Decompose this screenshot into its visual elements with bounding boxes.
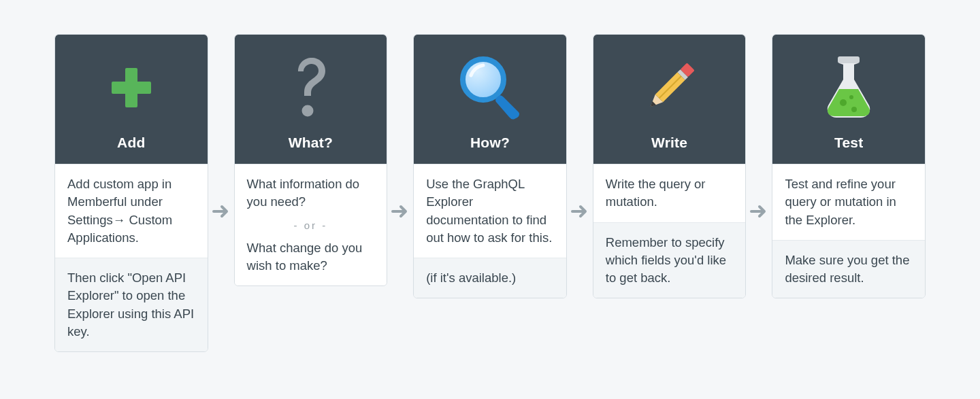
or-split-separator: - or - — [247, 218, 375, 232]
step-title: Write — [651, 135, 687, 151]
step-header: Test — [772, 35, 925, 164]
pencil-icon — [636, 52, 704, 124]
step-cell-note: Then click "Open API Explorer" to open t… — [55, 258, 208, 351]
question-icon — [289, 52, 332, 124]
arrow-connector — [746, 34, 772, 219]
arrow-right-icon — [750, 204, 768, 219]
svg-line-7 — [659, 76, 681, 99]
process-flow: Add Add custom app in Memberful under Se… — [54, 34, 926, 352]
arrow-right-icon — [571, 204, 589, 219]
step-body: What information do you need? - or - Wha… — [235, 164, 387, 285]
step-title: How? — [470, 135, 510, 151]
step-cell: Write the query or mutation. — [593, 164, 746, 222]
step-body: Write the query or mutation. Remember to… — [593, 164, 746, 298]
arrow-connector — [567, 34, 593, 219]
arrow-connector — [387, 34, 413, 219]
arrow-right-icon — [212, 204, 230, 219]
step-card-add: Add Add custom app in Memberful under Se… — [54, 34, 208, 352]
svg-rect-1 — [112, 82, 151, 94]
step-title: What? — [289, 135, 333, 151]
or-split-after: What change do you wish to make? — [247, 239, 375, 275]
step-header: Add — [55, 35, 208, 164]
svg-point-12 — [851, 107, 857, 112]
svg-point-11 — [840, 99, 847, 106]
svg-point-2 — [302, 105, 314, 117]
step-title: Add — [117, 135, 145, 151]
step-card-how: How? Use the GraphQL Explorer documentat… — [413, 34, 567, 298]
step-cell-note: Remember to specify which fields you'd l… — [593, 222, 746, 298]
step-title: Test — [834, 135, 863, 151]
step-card-test: Test Test and refine your query or mutat… — [772, 34, 926, 298]
svg-rect-10 — [838, 56, 860, 63]
step-cell: Add custom app in Memberful under Settin… — [55, 164, 208, 258]
step-cell: Use the GraphQL Explorer documentation t… — [414, 164, 566, 258]
magnifier-icon — [456, 52, 524, 124]
arrow-connector — [208, 34, 234, 219]
step-cell-note: Make sure you get the desired result. — [772, 240, 925, 298]
svg-point-13 — [849, 95, 853, 99]
arrow-right-icon — [391, 204, 409, 219]
step-cell: Test and refine your query or mutation i… — [772, 164, 925, 240]
step-card-write: Write Write the query or mutation. Remem… — [593, 34, 747, 298]
or-split-before: What information do you need? — [247, 175, 375, 211]
step-cell-note: (if it's available.) — [414, 258, 566, 298]
step-header: How? — [414, 35, 566, 164]
plus-icon — [108, 52, 155, 124]
step-card-what: What? What information do you need? - or… — [234, 34, 388, 286]
step-header: What? — [235, 35, 387, 164]
step-header: Write — [593, 35, 746, 164]
step-cell-or-split: What information do you need? - or - Wha… — [235, 164, 387, 285]
flask-icon — [820, 52, 877, 124]
step-body: Add custom app in Memberful under Settin… — [55, 164, 208, 351]
step-body: Test and refine your query or mutation i… — [772, 164, 925, 298]
step-body: Use the GraphQL Explorer documentation t… — [414, 164, 566, 298]
